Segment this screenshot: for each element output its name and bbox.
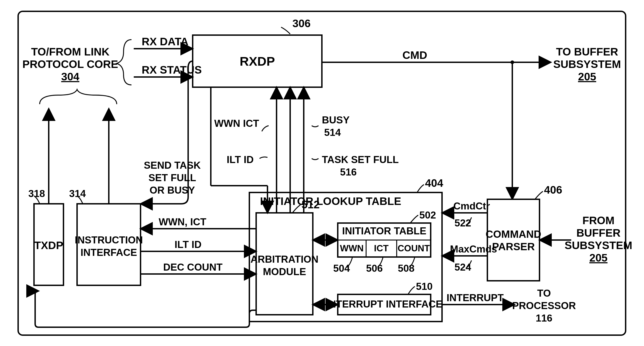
to-proc-1: TO [537,288,551,299]
wwn-ict-label: WWN ICT [214,118,259,129]
instr-ref: 314 [69,188,86,199]
link-core-2: PROTOCOL CORE [22,58,118,70]
col1-ref: 504 [333,263,350,274]
rx-status-label: RX STATUS [142,64,202,76]
rx-data-label: RX DATA [142,35,188,47]
cmdctr-ref: 522 [454,217,471,229]
arb-to-txdp [35,291,256,327]
tsf-label: TASK SET FULL [322,154,399,165]
from-buffer-1: FROM [582,214,614,226]
cmd-label: CMD [402,49,427,61]
command-parser-block [487,199,540,281]
cmd-parser-1: COMMAND [486,228,541,240]
dec-count: DEC COUNT [163,262,222,273]
sendtask1: SEND TASK [144,160,201,171]
maxcmds-ref: 524 [454,262,471,273]
instr-1: INSTRUCTION [75,234,143,246]
ilt-ref: 404 [425,177,443,189]
link-core-ref: 304 [61,71,79,83]
cmd-parser-2: PARSER [492,241,535,253]
sendtask3: OR BUSY [150,185,195,196]
ilt-id2: ILT ID [174,239,202,250]
col-count: COUNT [398,243,430,253]
interrupt-label: INTERRUPT [446,292,504,303]
wwn-ict2: WWN, ICT [159,216,206,227]
to-proc-2: PROCESSOR [512,300,576,311]
sendtask2: SET FULL [148,172,196,183]
maxcmds-label: MaxCmds [450,243,497,255]
cmd-parser-ref: 406 [544,184,562,196]
arb-1: ARBITRATION [250,254,318,265]
to-buffer-ref: 205 [578,71,596,83]
col-wwn: WWN [340,243,364,253]
arb-2: MODULE [263,266,306,277]
instr-2: INTERFACE [80,247,137,258]
interrupt-if-ref: 510 [416,281,432,292]
col2-ref: 506 [366,263,383,274]
rxdp-ref: 306 [292,17,310,29]
busy-ref: 514 [324,127,341,138]
from-buffer-ref: 205 [589,252,608,264]
busy-label: BUSY [322,114,350,125]
txdp-ref: 318 [28,188,45,199]
init-table-ref: 502 [419,209,436,221]
from-buffer-2: BUFFER [576,227,621,239]
col3-ref: 508 [398,263,414,274]
rxdp-label: RXDP [240,54,275,68]
txdp-label: TXDP [34,239,63,251]
to-proc-ref: 116 [536,313,552,324]
interrupt-if-label: INTERRUPT INTERFACE [326,299,442,310]
ilt-label: INITIATOR LOOKUP TABLE [260,195,401,207]
ilt-id-label: ILT ID [227,154,254,165]
from-buffer-3: SUBSYSTEM [565,239,632,251]
tsf-ref: 516 [340,166,356,178]
initiator-table-label: INITIATOR TABLE [342,225,426,236]
cmdctr-label: CmdCtr [453,200,490,212]
to-buffer-1: TO BUFFER [556,46,618,58]
link-core-1: TO/FROM LINK [31,46,110,58]
to-buffer-2: SUBSYSTEM [553,58,621,70]
col-ict: ICT [374,243,388,253]
